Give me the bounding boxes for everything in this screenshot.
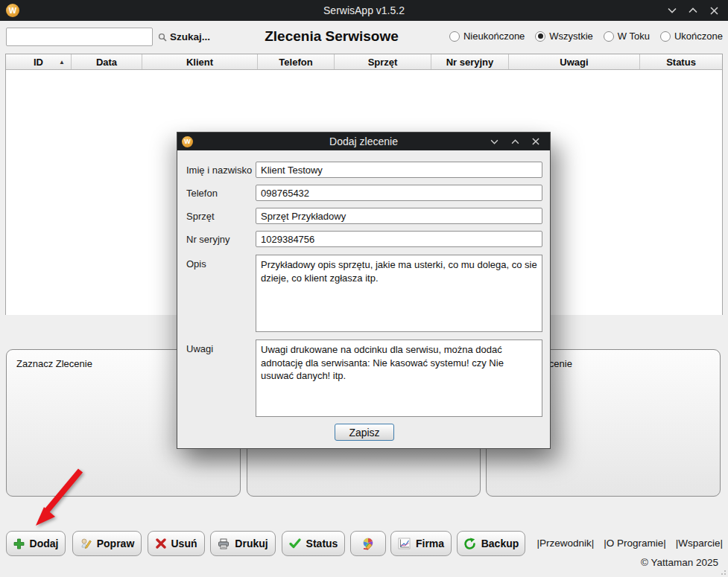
dialog-minimize-icon[interactable] xyxy=(489,136,499,147)
column-header-id[interactable]: ID ▲ xyxy=(6,54,72,69)
plus-icon xyxy=(13,538,25,549)
panel-placeholder: Zaznacz Zlecenie xyxy=(16,358,92,369)
column-header-data[interactable]: Data xyxy=(72,54,142,69)
name-field[interactable] xyxy=(256,162,542,178)
footer-links: |Przewodnik| |O Programie| |Wsparcie| xyxy=(536,538,723,549)
column-header-telefon[interactable]: Telefon xyxy=(258,54,335,69)
field-label-notes: Uwagi xyxy=(186,343,213,354)
field-label-equipment: Sprzęt xyxy=(186,211,215,222)
equipment-field[interactable] xyxy=(256,208,542,224)
field-label-serial: Nr seryjny xyxy=(186,234,230,245)
printer-icon xyxy=(218,538,230,549)
link-wsparcie[interactable]: |Wsparcie| xyxy=(676,538,723,549)
filter-ukonczone[interactable]: Ukończone xyxy=(660,31,723,42)
app-window: W SerwisApp v1.5.2 Szukaj... Zlecenia Se… xyxy=(0,0,728,577)
delete-button[interactable]: Usuń xyxy=(148,531,205,556)
print-button[interactable]: Drukuj xyxy=(210,531,276,556)
notes-field[interactable]: Uwagi drukowane na odcinku dla serwisu, … xyxy=(256,339,542,417)
edit-button[interactable]: Popraw xyxy=(72,531,142,556)
radio-label: Ukończone xyxy=(674,31,723,42)
pencil-icon xyxy=(80,538,92,549)
link-o-programie[interactable]: |O Programie| xyxy=(604,538,666,549)
status-button[interactable]: Status xyxy=(282,531,345,556)
sort-asc-icon: ▲ xyxy=(59,59,65,66)
column-header-klient[interactable]: Klient xyxy=(142,54,258,69)
filter-w-toku[interactable]: W Toku xyxy=(604,31,650,42)
chart-icon xyxy=(398,538,411,549)
dialog-maximize-icon[interactable] xyxy=(510,136,520,147)
radio-icon xyxy=(535,31,545,42)
main-titlebar: W SerwisApp v1.5.2 xyxy=(0,0,728,21)
phone-field[interactable] xyxy=(256,185,542,201)
backup-button[interactable]: Backup xyxy=(457,531,525,556)
maximize-icon[interactable] xyxy=(688,5,698,16)
column-header-nr-seryjny[interactable]: Nr seryjny xyxy=(431,54,509,69)
link-przewodnik[interactable]: |Przewodnik| xyxy=(536,538,594,549)
dialog-app-icon: W xyxy=(182,136,193,147)
minimize-icon[interactable] xyxy=(667,5,677,16)
field-label-phone: Telefon xyxy=(186,188,218,199)
app-icon: W xyxy=(6,4,19,17)
palette-icon xyxy=(361,537,376,551)
table-header: ID ▲ Data Klient Telefon Sprzęt Nr seryj… xyxy=(6,54,722,70)
resize-grip[interactable] xyxy=(719,568,727,576)
radio-icon xyxy=(449,31,460,42)
description-field[interactable]: Przykładowy opis sprzętu, jakie ma uster… xyxy=(256,255,542,332)
check-icon xyxy=(289,538,301,549)
bottom-toolbar: Dodaj Popraw Usuń Drukuj xyxy=(0,531,728,556)
filter-wszystkie[interactable]: Wszystkie xyxy=(535,31,593,42)
refresh-icon xyxy=(463,538,476,550)
dialog-titlebar: W Dodaj zlecenie xyxy=(177,133,550,150)
status-filter-group: Nieukończone Wszystkie W Toku Ukończone xyxy=(449,31,723,42)
add-button[interactable]: Dodaj xyxy=(6,531,66,556)
copyright-text: © Yattaman 2025 xyxy=(641,557,718,568)
close-icon[interactable] xyxy=(709,5,719,16)
search-input[interactable] xyxy=(6,28,153,46)
column-header-uwagi[interactable]: Uwagi xyxy=(509,54,640,69)
theme-button[interactable] xyxy=(350,531,386,556)
radio-label: Wszystkie xyxy=(549,31,593,42)
dialog-close-icon[interactable] xyxy=(531,136,541,147)
filter-nieukonczone[interactable]: Nieukończone xyxy=(449,31,525,42)
field-label-description: Opis xyxy=(186,258,206,270)
column-header-sprzet[interactable]: Sprzęt xyxy=(335,54,431,69)
field-label-name: Imię i nazwisko xyxy=(186,165,252,176)
company-button[interactable]: Firma xyxy=(390,531,452,556)
search-icon xyxy=(158,33,167,42)
radio-label: W Toku xyxy=(618,31,650,42)
search-button[interactable]: Szukaj... xyxy=(158,31,210,42)
window-title: SerwisApp v1.5.2 xyxy=(0,4,728,16)
x-icon xyxy=(156,538,166,549)
column-header-status[interactable]: Status xyxy=(640,54,722,69)
radio-icon xyxy=(660,31,671,42)
add-order-dialog: W Dodaj zlecenie Imię i nazwisko Telefon… xyxy=(177,132,551,449)
serial-field[interactable] xyxy=(256,231,542,247)
radio-label: Nieukończone xyxy=(463,31,525,42)
save-button[interactable]: Zapisz xyxy=(335,424,394,441)
search-label: Szukaj... xyxy=(170,31,210,42)
radio-icon xyxy=(604,31,614,42)
